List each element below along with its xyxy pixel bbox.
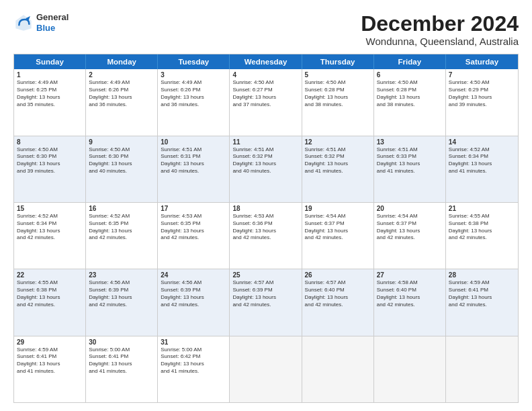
cell-info-line: Sunset: 6:39 PM — [161, 287, 226, 294]
cell-info-line: Daylight: 13 hours — [377, 294, 443, 302]
day-number: 19 — [305, 205, 371, 212]
cell-info-line: Sunset: 6:39 PM — [232, 287, 298, 294]
day-number: 18 — [232, 205, 298, 212]
cell-info-line: Sunrise: 4:49 AM — [89, 79, 154, 87]
day-number: 31 — [161, 338, 226, 346]
cell-info-line: Daylight: 13 hours — [377, 161, 443, 168]
cell-info-line: Sunset: 6:27 PM — [232, 87, 298, 94]
calendar-cell-day-11: 11Sunrise: 4:51 AMSunset: 6:32 PMDayligh… — [230, 136, 302, 202]
cell-info-line: Daylight: 13 hours — [305, 294, 371, 302]
cell-info-line: Sunrise: 4:56 AM — [89, 279, 154, 287]
calendar-row-5: 29Sunrise: 4:59 AMSunset: 6:41 PMDayligh… — [14, 336, 518, 402]
calendar-cell-empty — [374, 336, 446, 402]
logo: General Blue — [13, 12, 69, 33]
header: General Blue December 2024 Wondunna, Que… — [13, 12, 519, 47]
cell-info-line: Sunset: 6:37 PM — [377, 220, 443, 228]
cell-info-line: and 40 minutes. — [161, 168, 226, 175]
cell-info-line: and 42 minutes. — [449, 234, 515, 242]
day-number: 28 — [449, 271, 515, 279]
cell-info-line: and 41 minutes. — [161, 368, 226, 375]
cell-info-line: Daylight: 13 hours — [17, 361, 83, 368]
calendar-cell-day-18: 18Sunrise: 4:53 AMSunset: 6:36 PMDayligh… — [230, 203, 302, 269]
calendar-cell-day-9: 9Sunrise: 4:50 AMSunset: 6:30 PMDaylight… — [86, 136, 158, 202]
cell-info-line: Daylight: 13 hours — [17, 161, 83, 168]
calendar-cell-day-6: 6Sunrise: 4:50 AMSunset: 6:28 PMDaylight… — [374, 69, 446, 135]
cell-info-line: Sunset: 6:35 PM — [89, 220, 154, 228]
cell-info-line: Sunset: 6:34 PM — [449, 153, 515, 161]
calendar-cell-day-13: 13Sunrise: 4:51 AMSunset: 6:33 PMDayligh… — [374, 136, 446, 202]
cell-info-line: and 41 minutes. — [449, 168, 515, 175]
calendar-cell-day-8: 8Sunrise: 4:50 AMSunset: 6:30 PMDaylight… — [14, 136, 86, 202]
weekday-header-friday: Friday — [374, 54, 446, 69]
cell-info-line: Sunset: 6:41 PM — [449, 287, 515, 294]
cell-info-line: Daylight: 13 hours — [89, 161, 154, 168]
calendar-body: 1Sunrise: 4:49 AMSunset: 6:25 PMDaylight… — [14, 69, 518, 402]
cell-info-line: Sunrise: 4:53 AM — [161, 213, 226, 220]
cell-info-line: and 42 minutes. — [161, 302, 226, 309]
cell-info-line: Sunrise: 4:50 AM — [232, 79, 298, 87]
cell-info-line: and 41 minutes. — [17, 368, 83, 375]
cell-info-line: Daylight: 13 hours — [449, 161, 515, 168]
cell-info-line: Sunrise: 4:57 AM — [232, 279, 298, 287]
cell-info-line: Sunset: 6:41 PM — [89, 353, 154, 361]
calendar-cell-empty — [302, 336, 374, 402]
cell-info-line: Sunset: 6:30 PM — [17, 153, 83, 161]
cell-info-line: and 42 minutes. — [89, 302, 154, 309]
day-number: 6 — [377, 71, 443, 79]
cell-info-line: Sunrise: 4:52 AM — [17, 213, 83, 220]
day-number: 7 — [449, 71, 515, 79]
cell-info-line: and 41 minutes. — [89, 368, 154, 375]
calendar-cell-day-1: 1Sunrise: 4:49 AMSunset: 6:25 PMDaylight… — [14, 69, 86, 135]
weekday-header-monday: Monday — [86, 54, 158, 69]
day-number: 29 — [17, 338, 83, 346]
cell-info-line: and 42 minutes. — [232, 302, 298, 309]
calendar-row-1: 1Sunrise: 4:49 AMSunset: 6:25 PMDaylight… — [14, 69, 518, 136]
day-number: 21 — [449, 205, 515, 212]
logo-icon — [13, 13, 34, 33]
calendar-cell-day-7: 7Sunrise: 4:50 AMSunset: 6:29 PMDaylight… — [446, 69, 518, 135]
cell-info-line: and 40 minutes. — [89, 168, 154, 175]
day-number: 17 — [161, 205, 226, 212]
day-number: 14 — [449, 138, 515, 146]
cell-info-line: Sunset: 6:28 PM — [305, 87, 371, 94]
cell-info-line: Sunset: 6:39 PM — [89, 287, 154, 294]
cell-info-line: Sunset: 6:41 PM — [17, 353, 83, 361]
calendar-cell-day-25: 25Sunrise: 4:57 AMSunset: 6:39 PMDayligh… — [230, 269, 302, 335]
cell-info-line: Sunrise: 4:50 AM — [449, 79, 515, 87]
cell-info-line: Daylight: 13 hours — [161, 228, 226, 235]
cell-info-line: Sunrise: 4:54 AM — [377, 213, 443, 220]
calendar-row-4: 22Sunrise: 4:55 AMSunset: 6:38 PMDayligh… — [14, 269, 518, 336]
cell-info-line: Daylight: 13 hours — [449, 294, 515, 302]
day-number: 26 — [305, 271, 371, 279]
day-number: 12 — [305, 138, 371, 146]
cell-info-line: Daylight: 13 hours — [17, 294, 83, 302]
logo-general: General — [36, 12, 69, 22]
cell-info-line: Daylight: 13 hours — [89, 294, 154, 302]
cell-info-line: Sunrise: 4:51 AM — [305, 146, 371, 154]
day-number: 25 — [232, 271, 298, 279]
day-number: 22 — [17, 271, 83, 279]
cell-info-line: Daylight: 13 hours — [377, 94, 443, 101]
calendar-cell-day-22: 22Sunrise: 4:55 AMSunset: 6:38 PMDayligh… — [14, 269, 86, 335]
cell-info-line: and 36 minutes. — [161, 101, 226, 109]
calendar-cell-empty — [230, 336, 302, 402]
cell-info-line: Sunrise: 5:00 AM — [161, 347, 226, 354]
calendar-cell-day-12: 12Sunrise: 4:51 AMSunset: 6:32 PMDayligh… — [302, 136, 374, 202]
day-number: 2 — [89, 71, 154, 79]
cell-info-line: Sunset: 6:36 PM — [232, 220, 298, 228]
logo-text: General Blue — [36, 12, 69, 33]
calendar-cell-day-17: 17Sunrise: 4:53 AMSunset: 6:35 PMDayligh… — [158, 203, 230, 269]
day-number: 5 — [305, 71, 371, 79]
calendar-cell-day-29: 29Sunrise: 4:59 AMSunset: 6:41 PMDayligh… — [14, 336, 86, 402]
cell-info-line: Daylight: 13 hours — [161, 294, 226, 302]
cell-info-line: Daylight: 13 hours — [89, 361, 154, 368]
calendar-cell-day-19: 19Sunrise: 4:54 AMSunset: 6:37 PMDayligh… — [302, 203, 374, 269]
calendar-cell-day-26: 26Sunrise: 4:57 AMSunset: 6:40 PMDayligh… — [302, 269, 374, 335]
cell-info-line: Sunrise: 4:50 AM — [89, 146, 154, 154]
calendar: SundayMondayTuesdayWednesdayThursdayFrid… — [13, 54, 519, 403]
calendar-cell-day-24: 24Sunrise: 4:56 AMSunset: 6:39 PMDayligh… — [158, 269, 230, 335]
cell-info-line: Sunset: 6:30 PM — [89, 153, 154, 161]
calendar-row-2: 8Sunrise: 4:50 AMSunset: 6:30 PMDaylight… — [14, 136, 518, 203]
cell-info-line: Sunset: 6:32 PM — [305, 153, 371, 161]
cell-info-line: Sunset: 6:38 PM — [17, 287, 83, 294]
